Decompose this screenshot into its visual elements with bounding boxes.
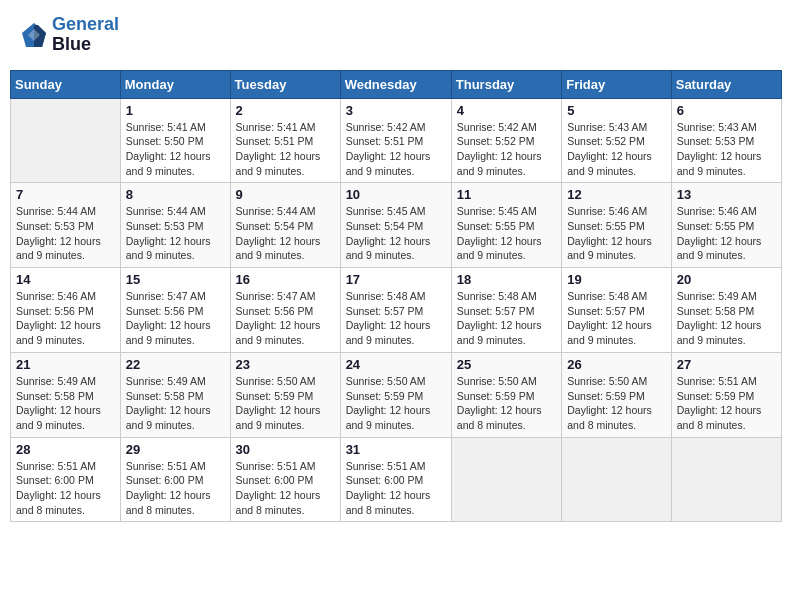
day-number: 6 bbox=[677, 103, 776, 118]
day-info: Sunrise: 5:51 AMSunset: 5:59 PMDaylight:… bbox=[677, 374, 776, 433]
day-number: 16 bbox=[236, 272, 335, 287]
calendar-cell: 26Sunrise: 5:50 AMSunset: 5:59 PMDayligh… bbox=[562, 352, 672, 437]
calendar-header: SundayMondayTuesdayWednesdayThursdayFrid… bbox=[11, 70, 782, 98]
day-number: 10 bbox=[346, 187, 446, 202]
weekday-header: Saturday bbox=[671, 70, 781, 98]
day-info: Sunrise: 5:44 AMSunset: 5:54 PMDaylight:… bbox=[236, 204, 335, 263]
day-number: 30 bbox=[236, 442, 335, 457]
calendar-cell: 21Sunrise: 5:49 AMSunset: 5:58 PMDayligh… bbox=[11, 352, 121, 437]
page-header: General Blue bbox=[10, 10, 782, 60]
day-number: 2 bbox=[236, 103, 335, 118]
day-info: Sunrise: 5:46 AMSunset: 5:56 PMDaylight:… bbox=[16, 289, 115, 348]
day-info: Sunrise: 5:45 AMSunset: 5:55 PMDaylight:… bbox=[457, 204, 556, 263]
day-number: 29 bbox=[126, 442, 225, 457]
calendar-cell: 31Sunrise: 5:51 AMSunset: 6:00 PMDayligh… bbox=[340, 437, 451, 522]
calendar-cell: 27Sunrise: 5:51 AMSunset: 5:59 PMDayligh… bbox=[671, 352, 781, 437]
calendar-table: SundayMondayTuesdayWednesdayThursdayFrid… bbox=[10, 70, 782, 523]
calendar-week-row: 1Sunrise: 5:41 AMSunset: 5:50 PMDaylight… bbox=[11, 98, 782, 183]
day-number: 19 bbox=[567, 272, 666, 287]
day-number: 4 bbox=[457, 103, 556, 118]
calendar-week-row: 21Sunrise: 5:49 AMSunset: 5:58 PMDayligh… bbox=[11, 352, 782, 437]
day-number: 24 bbox=[346, 357, 446, 372]
day-info: Sunrise: 5:43 AMSunset: 5:52 PMDaylight:… bbox=[567, 120, 666, 179]
day-info: Sunrise: 5:41 AMSunset: 5:50 PMDaylight:… bbox=[126, 120, 225, 179]
calendar-cell bbox=[671, 437, 781, 522]
calendar-cell bbox=[562, 437, 672, 522]
calendar-cell: 6Sunrise: 5:43 AMSunset: 5:53 PMDaylight… bbox=[671, 98, 781, 183]
day-number: 15 bbox=[126, 272, 225, 287]
day-number: 3 bbox=[346, 103, 446, 118]
day-info: Sunrise: 5:50 AMSunset: 5:59 PMDaylight:… bbox=[236, 374, 335, 433]
day-number: 27 bbox=[677, 357, 776, 372]
calendar-cell: 20Sunrise: 5:49 AMSunset: 5:58 PMDayligh… bbox=[671, 268, 781, 353]
day-info: Sunrise: 5:46 AMSunset: 5:55 PMDaylight:… bbox=[567, 204, 666, 263]
day-number: 31 bbox=[346, 442, 446, 457]
weekday-header: Sunday bbox=[11, 70, 121, 98]
calendar-cell: 10Sunrise: 5:45 AMSunset: 5:54 PMDayligh… bbox=[340, 183, 451, 268]
calendar-cell: 28Sunrise: 5:51 AMSunset: 6:00 PMDayligh… bbox=[11, 437, 121, 522]
day-number: 7 bbox=[16, 187, 115, 202]
calendar-cell: 7Sunrise: 5:44 AMSunset: 5:53 PMDaylight… bbox=[11, 183, 121, 268]
calendar-week-row: 14Sunrise: 5:46 AMSunset: 5:56 PMDayligh… bbox=[11, 268, 782, 353]
day-info: Sunrise: 5:41 AMSunset: 5:51 PMDaylight:… bbox=[236, 120, 335, 179]
weekday-header: Wednesday bbox=[340, 70, 451, 98]
day-number: 18 bbox=[457, 272, 556, 287]
day-info: Sunrise: 5:48 AMSunset: 5:57 PMDaylight:… bbox=[567, 289, 666, 348]
day-number: 28 bbox=[16, 442, 115, 457]
calendar-cell bbox=[451, 437, 561, 522]
weekday-header: Monday bbox=[120, 70, 230, 98]
calendar-cell: 30Sunrise: 5:51 AMSunset: 6:00 PMDayligh… bbox=[230, 437, 340, 522]
calendar-cell: 22Sunrise: 5:49 AMSunset: 5:58 PMDayligh… bbox=[120, 352, 230, 437]
day-number: 1 bbox=[126, 103, 225, 118]
calendar-cell: 9Sunrise: 5:44 AMSunset: 5:54 PMDaylight… bbox=[230, 183, 340, 268]
calendar-cell: 19Sunrise: 5:48 AMSunset: 5:57 PMDayligh… bbox=[562, 268, 672, 353]
day-info: Sunrise: 5:47 AMSunset: 5:56 PMDaylight:… bbox=[126, 289, 225, 348]
day-number: 8 bbox=[126, 187, 225, 202]
calendar-cell: 5Sunrise: 5:43 AMSunset: 5:52 PMDaylight… bbox=[562, 98, 672, 183]
day-number: 17 bbox=[346, 272, 446, 287]
day-number: 21 bbox=[16, 357, 115, 372]
weekday-header: Tuesday bbox=[230, 70, 340, 98]
day-info: Sunrise: 5:50 AMSunset: 5:59 PMDaylight:… bbox=[567, 374, 666, 433]
calendar-cell: 18Sunrise: 5:48 AMSunset: 5:57 PMDayligh… bbox=[451, 268, 561, 353]
calendar-week-row: 28Sunrise: 5:51 AMSunset: 6:00 PMDayligh… bbox=[11, 437, 782, 522]
day-number: 11 bbox=[457, 187, 556, 202]
day-info: Sunrise: 5:51 AMSunset: 6:00 PMDaylight:… bbox=[16, 459, 115, 518]
day-number: 9 bbox=[236, 187, 335, 202]
calendar-cell: 8Sunrise: 5:44 AMSunset: 5:53 PMDaylight… bbox=[120, 183, 230, 268]
day-info: Sunrise: 5:44 AMSunset: 5:53 PMDaylight:… bbox=[126, 204, 225, 263]
calendar-cell: 12Sunrise: 5:46 AMSunset: 5:55 PMDayligh… bbox=[562, 183, 672, 268]
calendar-cell: 3Sunrise: 5:42 AMSunset: 5:51 PMDaylight… bbox=[340, 98, 451, 183]
logo-icon bbox=[20, 21, 48, 49]
calendar-cell: 13Sunrise: 5:46 AMSunset: 5:55 PMDayligh… bbox=[671, 183, 781, 268]
day-info: Sunrise: 5:48 AMSunset: 5:57 PMDaylight:… bbox=[457, 289, 556, 348]
calendar-cell: 11Sunrise: 5:45 AMSunset: 5:55 PMDayligh… bbox=[451, 183, 561, 268]
day-info: Sunrise: 5:49 AMSunset: 5:58 PMDaylight:… bbox=[126, 374, 225, 433]
day-info: Sunrise: 5:46 AMSunset: 5:55 PMDaylight:… bbox=[677, 204, 776, 263]
day-info: Sunrise: 5:45 AMSunset: 5:54 PMDaylight:… bbox=[346, 204, 446, 263]
calendar-cell: 23Sunrise: 5:50 AMSunset: 5:59 PMDayligh… bbox=[230, 352, 340, 437]
day-info: Sunrise: 5:42 AMSunset: 5:51 PMDaylight:… bbox=[346, 120, 446, 179]
logo: General Blue bbox=[20, 15, 119, 55]
day-info: Sunrise: 5:49 AMSunset: 5:58 PMDaylight:… bbox=[677, 289, 776, 348]
day-number: 12 bbox=[567, 187, 666, 202]
day-info: Sunrise: 5:42 AMSunset: 5:52 PMDaylight:… bbox=[457, 120, 556, 179]
day-info: Sunrise: 5:50 AMSunset: 5:59 PMDaylight:… bbox=[346, 374, 446, 433]
day-info: Sunrise: 5:44 AMSunset: 5:53 PMDaylight:… bbox=[16, 204, 115, 263]
day-info: Sunrise: 5:50 AMSunset: 5:59 PMDaylight:… bbox=[457, 374, 556, 433]
logo-text: General Blue bbox=[52, 15, 119, 55]
calendar-cell: 15Sunrise: 5:47 AMSunset: 5:56 PMDayligh… bbox=[120, 268, 230, 353]
day-info: Sunrise: 5:43 AMSunset: 5:53 PMDaylight:… bbox=[677, 120, 776, 179]
day-number: 22 bbox=[126, 357, 225, 372]
calendar-cell: 4Sunrise: 5:42 AMSunset: 5:52 PMDaylight… bbox=[451, 98, 561, 183]
day-number: 20 bbox=[677, 272, 776, 287]
day-info: Sunrise: 5:49 AMSunset: 5:58 PMDaylight:… bbox=[16, 374, 115, 433]
day-number: 5 bbox=[567, 103, 666, 118]
calendar-cell: 29Sunrise: 5:51 AMSunset: 6:00 PMDayligh… bbox=[120, 437, 230, 522]
day-info: Sunrise: 5:48 AMSunset: 5:57 PMDaylight:… bbox=[346, 289, 446, 348]
calendar-cell: 25Sunrise: 5:50 AMSunset: 5:59 PMDayligh… bbox=[451, 352, 561, 437]
day-info: Sunrise: 5:51 AMSunset: 6:00 PMDaylight:… bbox=[236, 459, 335, 518]
calendar-cell: 17Sunrise: 5:48 AMSunset: 5:57 PMDayligh… bbox=[340, 268, 451, 353]
day-number: 26 bbox=[567, 357, 666, 372]
calendar-cell bbox=[11, 98, 121, 183]
